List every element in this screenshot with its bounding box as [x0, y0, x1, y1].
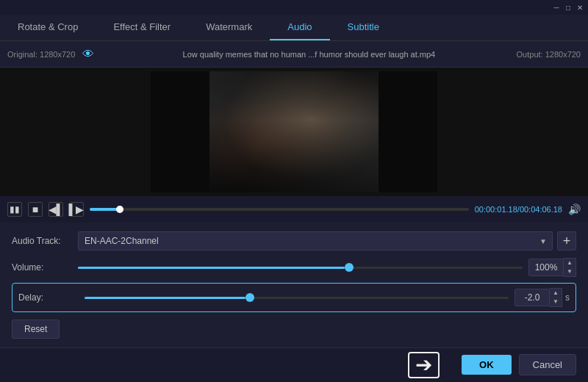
delay-row: Delay: ▲ ▼ s: [18, 288, 570, 307]
progress-bar[interactable]: [90, 208, 469, 211]
next-button[interactable]: ▌▶: [69, 202, 84, 217]
progress-fill: [90, 208, 120, 211]
volume-track[interactable]: [78, 267, 523, 269]
pause-button[interactable]: ▮▮: [7, 202, 22, 217]
tab-audio[interactable]: Audio: [270, 14, 329, 40]
tab-subtitle[interactable]: Subtitle: [330, 14, 397, 40]
arrow-hint: ➔: [12, 352, 454, 378]
reset-button[interactable]: Reset: [12, 320, 60, 339]
tab-rotate-crop[interactable]: Rotate & Crop: [0, 14, 96, 40]
volume-spinner: ▲ ▼: [564, 258, 576, 277]
audio-track-label: Audio Track:: [12, 236, 78, 246]
delay-input[interactable]: [514, 289, 550, 306]
volume-value-box: ▲ ▼: [528, 258, 576, 277]
delay-track[interactable]: [85, 297, 509, 299]
close-button[interactable]: ✕: [575, 2, 585, 12]
output-resolution: Output: 1280x720: [517, 50, 581, 59]
controls-area: Audio Track: EN-AAC-2Channel EN-AAC-1Cha…: [0, 223, 588, 347]
volume-label: Volume:: [12, 262, 78, 273]
video-right-dark: [379, 71, 437, 192]
delay-slider-wrap: [85, 290, 509, 305]
delay-label: Delay:: [18, 292, 85, 303]
playback-controls: ▮▮ ■ ◀▌ ▌▶ 00:00:01.18/00:04:06.18 🔊: [0, 196, 588, 223]
bottom-bar: ➔ OK Cancel: [0, 347, 588, 381]
original-resolution: Original: 1280x720: [7, 50, 75, 59]
delay-spinner: ▲ ▼: [550, 288, 562, 307]
eye-icon[interactable]: 👁: [82, 48, 94, 61]
tab-effect-filter[interactable]: Effect & Filter: [96, 14, 188, 40]
info-bar: Original: 1280x720 👁 Low quality memes t…: [0, 41, 588, 68]
delay-box: Delay: ▲ ▼ s: [12, 283, 576, 312]
tab-bar: Rotate & Crop Effect & Filter Watermark …: [0, 15, 588, 41]
delay-thumb[interactable]: [245, 293, 254, 302]
video-frame: [209, 71, 379, 192]
tab-watermark[interactable]: Watermark: [188, 14, 270, 40]
prev-button[interactable]: ◀▌: [49, 202, 63, 217]
ok-button[interactable]: OK: [462, 355, 512, 375]
delay-fill: [85, 297, 245, 299]
time-total: 00:04:06.18: [520, 205, 562, 214]
time-current: 00:00:01.18: [475, 205, 517, 214]
cancel-button[interactable]: Cancel: [519, 354, 576, 375]
audio-track-row: Audio Track: EN-AAC-2Channel EN-AAC-1Cha…: [12, 231, 576, 251]
volume-fill: [78, 267, 345, 269]
volume-spin-down[interactable]: ▼: [564, 267, 576, 276]
volume-spin-up[interactable]: ▲: [564, 259, 576, 267]
arrow-icon: ➔: [408, 352, 440, 378]
volume-thumb[interactable]: [345, 263, 354, 272]
volume-slider-wrap: [78, 260, 523, 275]
volume-row: Volume: ▲ ▼: [12, 258, 576, 277]
delay-value-box: ▲ ▼ s: [514, 288, 570, 307]
add-track-button[interactable]: +: [557, 231, 576, 251]
progress-thumb[interactable]: [116, 206, 123, 213]
video-left-dark: [151, 71, 209, 192]
title-bar: ─ □ ✕: [0, 0, 588, 15]
delay-spin-down[interactable]: ▼: [550, 298, 562, 306]
audio-track-select-wrap: EN-AAC-2Channel EN-AAC-1Channel ▼: [78, 231, 553, 251]
delay-unit: s: [565, 292, 570, 303]
time-display: 00:00:01.18/00:04:06.18: [475, 205, 562, 214]
volume-input[interactable]: [528, 259, 564, 276]
maximize-button[interactable]: □: [563, 2, 573, 12]
filename-label: Low quality memes that no human ...f hum…: [101, 50, 516, 59]
audio-track-select[interactable]: EN-AAC-2Channel EN-AAC-1Channel: [78, 231, 553, 251]
volume-icon[interactable]: 🔊: [568, 203, 581, 215]
stop-button[interactable]: ■: [28, 202, 43, 217]
video-preview-area: [0, 68, 588, 196]
minimize-button[interactable]: ─: [551, 2, 562, 12]
delay-spin-up[interactable]: ▲: [550, 289, 562, 298]
